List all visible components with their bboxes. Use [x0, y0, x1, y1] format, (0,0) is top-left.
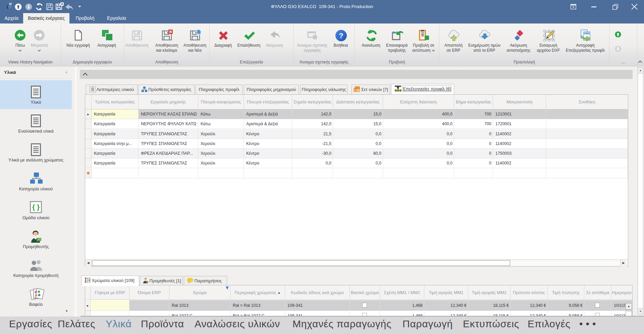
svg-text:{ }: { }: [32, 203, 40, 211]
svg-text:?: ?: [339, 32, 343, 40]
